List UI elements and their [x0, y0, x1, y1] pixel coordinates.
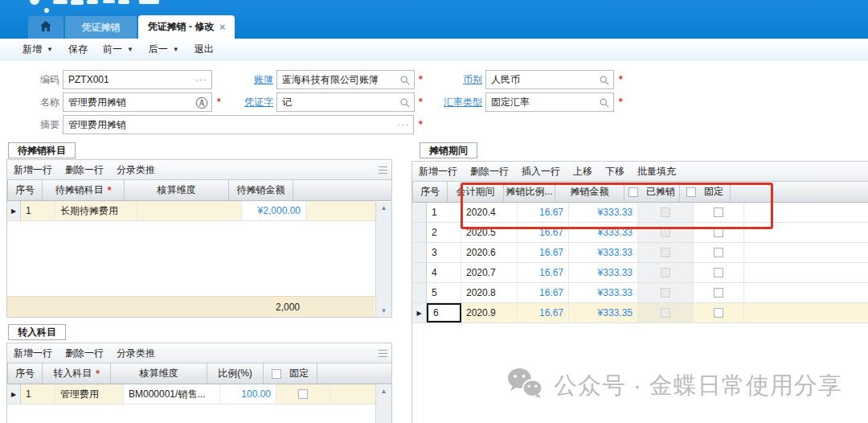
cell-period[interactable]: 2020.9 [461, 303, 518, 322]
table-row[interactable]: 4 2020.7 16.67 ¥333.33 [412, 263, 868, 283]
grid-options-icon[interactable] [379, 350, 387, 357]
cell-empty[interactable] [744, 203, 868, 222]
name-field[interactable]: 管理费用摊销 Ⓐ [63, 92, 212, 112]
chevron-down-icon[interactable]: ▼ [127, 46, 133, 53]
cell-ratio[interactable]: 100.00 [220, 384, 276, 404]
cell-ratio[interactable]: 16.67 [518, 243, 569, 262]
delete-row-button[interactable]: 删除一行 [65, 347, 104, 360]
col-transfer-subject[interactable]: 转入科目* [43, 363, 111, 384]
save-button[interactable]: 保存 [68, 43, 88, 56]
entry-analogy-button[interactable]: 分录类推 [117, 347, 155, 360]
cell-fixed[interactable] [276, 384, 330, 404]
cell-amount[interactable]: ¥333.35 [569, 303, 638, 322]
cell-period[interactable]: 2020.4 [461, 203, 518, 222]
transfer-subjects-panel-tab[interactable]: 转入科目 [8, 324, 66, 340]
cell-fixed[interactable] [694, 263, 744, 282]
pending-subjects-panel-tab[interactable]: 待摊销科目 [8, 142, 76, 158]
col-pending-subject[interactable]: 待摊销科目* [43, 180, 125, 200]
col-period[interactable]: 会计期间 [448, 182, 504, 202]
cell-amount[interactable]: ¥333.33 [569, 223, 638, 242]
cell-amount[interactable]: ¥333.33 [569, 263, 638, 282]
voucher-word-field[interactable]: 记 [276, 92, 415, 112]
chevron-down-icon[interactable]: ▼ [47, 46, 53, 53]
cell-amortized[interactable] [638, 283, 694, 302]
cell-empty[interactable] [744, 283, 868, 302]
checkbox[interactable] [714, 288, 723, 298]
tab-voucher-amortization[interactable]: 凭证摊销 [65, 16, 137, 39]
book-field[interactable]: 蓝海科技有限公司账簿 [276, 70, 415, 89]
table-row[interactable]: ▶ 1 长期待摊费用 ¥2,000.00 [7, 201, 391, 221]
cell-ratio[interactable]: 16.67 [518, 203, 569, 222]
lookup-ellipsis-icon[interactable]: ··· [397, 119, 409, 130]
cell-dimension[interactable]: BM000001/销售... [124, 384, 220, 404]
cell-empty[interactable] [744, 243, 868, 262]
col-fixed[interactable]: 固定 [680, 182, 731, 202]
cell-ratio[interactable]: 16.67 [518, 283, 569, 302]
checkbox[interactable] [714, 207, 723, 217]
exit-button[interactable]: 退出 [194, 43, 214, 56]
cell-dimension[interactable] [137, 201, 242, 220]
cell-empty[interactable] [744, 263, 868, 282]
checkbox[interactable] [298, 389, 308, 399]
code-field[interactable]: PZTX001 ··· [63, 70, 212, 89]
col-seq[interactable]: 序号 [413, 182, 448, 202]
delete-row-button[interactable]: 删除一行 [470, 165, 509, 179]
prev-button[interactable]: 前一▼ [103, 43, 133, 56]
col-dimension[interactable]: 核算维度 [111, 363, 207, 384]
cell-amount[interactable]: ¥333.33 [569, 283, 638, 302]
amortization-periods-panel-tab[interactable]: 摊销期间 [420, 142, 477, 158]
scrollbar[interactable]: ▲ ▼ [375, 202, 391, 317]
next-button[interactable]: 后一▼ [149, 43, 179, 56]
currency-link[interactable]: 币别 [426, 70, 482, 89]
cell-amortized[interactable] [638, 223, 694, 242]
cell-seq[interactable]: 1 [427, 203, 461, 222]
cell-seq[interactable]: 3 [427, 243, 461, 262]
summary-field[interactable]: 管理费用摊销 ··· [63, 115, 414, 134]
new-button[interactable]: 新增▼ [23, 43, 53, 56]
cell-seq[interactable]: 1 [21, 201, 55, 220]
tab-home[interactable] [28, 16, 63, 39]
grid-options-icon[interactable] [379, 166, 387, 174]
voucher-word-link[interactable]: 凭证字 [217, 92, 273, 112]
checkbox[interactable] [686, 187, 696, 197]
checkbox[interactable] [714, 228, 723, 237]
scroll-up-icon[interactable]: ▲ [376, 204, 391, 212]
cell-ratio[interactable]: 16.67 [518, 263, 569, 282]
search-icon[interactable] [400, 76, 410, 88]
cell-amortized[interactable] [638, 263, 694, 282]
cell-subject[interactable]: 长期待摊费用 [55, 201, 137, 220]
cell-empty[interactable] [744, 303, 868, 322]
cell-period[interactable]: 2020.8 [461, 283, 518, 302]
cell-seq[interactable]: 4 [427, 263, 461, 282]
col-fixed[interactable]: 固定 [264, 363, 317, 384]
table-row-selected[interactable]: ▶ 6 2020.9 16.67 ¥333.35 [412, 303, 868, 323]
cell-seq[interactable]: 6 [427, 303, 461, 322]
batch-fill-button[interactable]: 批量填充 [637, 165, 676, 179]
cell-period[interactable]: 2020.5 [461, 223, 518, 242]
cell-amount[interactable]: ¥333.33 [569, 203, 638, 222]
scroll-up-icon[interactable]: ▲ [376, 388, 391, 395]
cell-seq[interactable]: 1 [21, 384, 55, 404]
search-icon[interactable] [600, 98, 609, 110]
col-pending-amount[interactable]: 待摊销金额 [229, 180, 293, 200]
cell-subject[interactable]: 管理费用 [55, 384, 124, 404]
book-link[interactable]: 账簿 [217, 70, 273, 89]
cell-amortized[interactable] [638, 303, 694, 322]
assist-entry-icon[interactable]: Ⓐ [195, 97, 208, 109]
cell-amount[interactable]: ¥333.33 [569, 243, 638, 262]
rate-type-link[interactable]: 汇率类型 [426, 92, 482, 112]
search-icon[interactable] [600, 76, 609, 88]
cell-amount[interactable]: ¥2,000.00 [242, 201, 306, 220]
move-down-button[interactable]: 下移 [605, 165, 624, 179]
col-seq[interactable]: 序号 [8, 363, 43, 384]
insert-row-button[interactable]: 插入一行 [522, 165, 560, 179]
checkbox[interactable] [628, 187, 638, 197]
table-row[interactable]: ▶ 1 管理费用 BM000001/销售... 100.00 [7, 384, 391, 405]
table-row[interactable]: 1 2020.4 16.67 ¥333.33 [412, 203, 868, 223]
table-row[interactable]: 5 2020.8 16.67 ¥333.33 [412, 283, 868, 303]
cell-fixed[interactable] [694, 223, 744, 242]
col-dimension[interactable]: 核算维度 [125, 180, 229, 200]
add-row-button[interactable]: 新增一行 [14, 347, 52, 360]
checkbox[interactable] [714, 248, 723, 257]
scroll-down-icon[interactable]: ▼ [376, 307, 391, 314]
